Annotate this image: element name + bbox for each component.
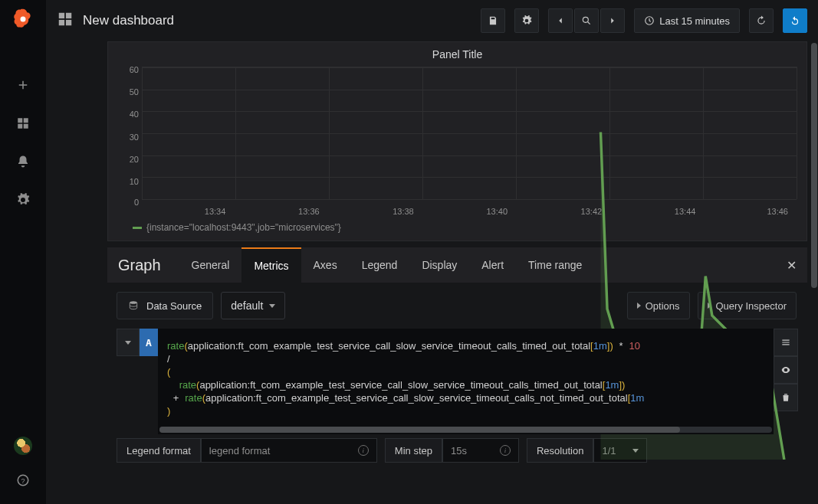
dashboard-icon (57, 11, 74, 31)
grafana-logo[interactable] (12, 8, 34, 32)
chart-area[interactable]: 60 50 40 30 20 10 0 (122, 65, 797, 207)
alerting-icon[interactable] (16, 155, 30, 172)
save-button[interactable] (481, 8, 505, 33)
nav-sidebar: ? (0, 0, 46, 504)
svg-text:?: ? (21, 477, 25, 485)
legend-color-swatch (133, 227, 142, 229)
svg-point-13 (130, 301, 136, 304)
svg-rect-2 (24, 118, 28, 123)
refresh-button[interactable] (749, 8, 774, 33)
svg-rect-10 (66, 20, 71, 25)
x-axis: 13:34 13:36 13:38 13:40 13:42 13:44 13:4… (137, 207, 797, 219)
svg-rect-3 (18, 124, 22, 129)
svg-point-0 (21, 16, 26, 21)
svg-rect-1 (18, 118, 22, 123)
help-icon[interactable]: ? (16, 473, 30, 490)
page-scrollbar[interactable] (811, 43, 817, 288)
time-range-label: Last 15 minutes (659, 15, 730, 27)
y-axis: 60 50 40 30 20 10 0 (122, 65, 140, 199)
svg-rect-4 (24, 124, 28, 129)
svg-rect-9 (59, 20, 64, 25)
svg-rect-8 (66, 13, 71, 18)
svg-point-11 (583, 17, 589, 22)
zoom-out-button[interactable] (574, 8, 599, 33)
add-icon[interactable] (16, 78, 30, 95)
dashboard-title[interactable]: New dashboard (83, 13, 174, 28)
graph-panel: Panel Title 60 50 40 30 20 10 0 (107, 41, 807, 241)
clock-icon (644, 15, 655, 26)
panel-title[interactable]: Panel Title (117, 45, 797, 65)
time-back-button[interactable] (548, 8, 573, 33)
user-avatar[interactable] (14, 437, 32, 455)
svg-rect-7 (59, 13, 64, 18)
code-horizontal-scrollbar[interactable] (159, 427, 772, 433)
time-forward-button[interactable] (600, 8, 625, 33)
gear-icon[interactable] (16, 193, 30, 210)
dashboards-icon[interactable] (16, 116, 30, 133)
settings-button[interactable] (514, 8, 539, 33)
time-range-picker[interactable]: Last 15 minutes (634, 8, 740, 33)
discard-button[interactable] (783, 8, 807, 33)
query-collapse-toggle[interactable] (117, 329, 140, 356)
database-icon (128, 300, 139, 311)
query-editor[interactable]: rate(application:ft_com_example_test_ser… (158, 329, 774, 434)
top-toolbar: New dashboard Last 15 minutes (46, 0, 818, 41)
chevron-down-icon (125, 341, 131, 345)
